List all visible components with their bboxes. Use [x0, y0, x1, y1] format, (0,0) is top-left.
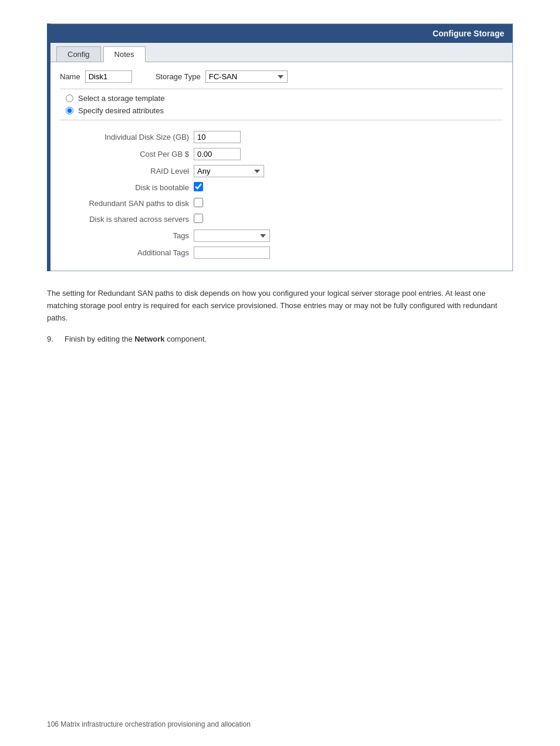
tags-label: Tags: [72, 231, 189, 240]
tags-select[interactable]: [194, 229, 270, 242]
cost-per-gb-label: Cost Per GB $: [72, 150, 189, 158]
radio-attributes: Specify desired attributes: [60, 106, 503, 115]
additional-tags-input[interactable]: [194, 247, 270, 259]
dialog-header: Configure Storage: [50, 24, 512, 43]
body-paragraph: The setting for Redundant SAN paths to d…: [47, 288, 513, 324]
bootable-label: Disk is bootable: [72, 183, 189, 192]
footer-text: 106 Matrix infrastructure orchestration …: [47, 720, 251, 728]
name-label: Name: [60, 72, 80, 81]
tab-config[interactable]: Config: [56, 46, 101, 62]
divider-2: [60, 120, 503, 120]
cost-per-gb-input[interactable]: [194, 148, 241, 160]
divider-1: [60, 89, 503, 89]
attributes-radio[interactable]: [66, 107, 73, 114]
dialog-body: Name Storage Type FC-SAN NFS iSCSI Local…: [50, 62, 512, 271]
attributes-radio-label: Specify desired attributes: [78, 106, 164, 115]
configure-storage-dialog: Configure Storage Config Notes Name Stor…: [47, 23, 513, 271]
redundant-san-checkbox[interactable]: [194, 198, 203, 207]
additional-tags-label: Additional Tags: [72, 248, 189, 257]
field-grid: Individual Disk Size (GB) Cost Per GB $ …: [60, 131, 503, 259]
raid-level-select[interactable]: Any RAID 0 RAID 1 RAID 5 RAID 10: [194, 165, 264, 177]
template-radio[interactable]: [66, 94, 73, 102]
template-radio-label: Select a storage template: [78, 94, 164, 103]
page-footer: 106 Matrix infrastructure orchestration …: [47, 720, 251, 728]
shared-checkbox[interactable]: [194, 214, 203, 223]
disk-size-label: Individual Disk Size (GB): [72, 133, 189, 141]
radio-template: Select a storage template: [60, 94, 503, 103]
raid-level-label: RAID Level: [72, 167, 189, 175]
fields-section: Individual Disk Size (GB) Cost Per GB $ …: [60, 125, 503, 262]
step-9: 9. Finish by editing the Network compone…: [47, 333, 513, 346]
disk-size-input[interactable]: [194, 131, 241, 143]
step-text: Finish by editing the Network component.: [65, 333, 513, 346]
shared-checkbox-container: [194, 214, 264, 225]
bootable-checkbox[interactable]: [194, 182, 203, 191]
dialog-title: Configure Storage: [433, 29, 504, 38]
tab-notes[interactable]: Notes: [103, 46, 146, 62]
redundant-san-label: Redundant SAN paths to disk: [72, 199, 189, 208]
storage-type-select[interactable]: FC-SAN NFS iSCSI Local: [205, 70, 288, 83]
dialog-tabs: Config Notes: [50, 43, 512, 62]
redundant-san-checkbox-container: [194, 198, 264, 209]
bootable-checkbox-container: [194, 182, 264, 193]
shared-label: Disk is shared across servers: [72, 215, 189, 224]
dialog-inner: Configure Storage Config Notes Name Stor…: [50, 23, 513, 271]
storage-type-label: Storage Type: [156, 72, 201, 81]
name-storage-row: Name Storage Type FC-SAN NFS iSCSI Local: [60, 70, 503, 83]
name-input[interactable]: [85, 70, 132, 83]
step-number: 9.: [47, 333, 65, 346]
